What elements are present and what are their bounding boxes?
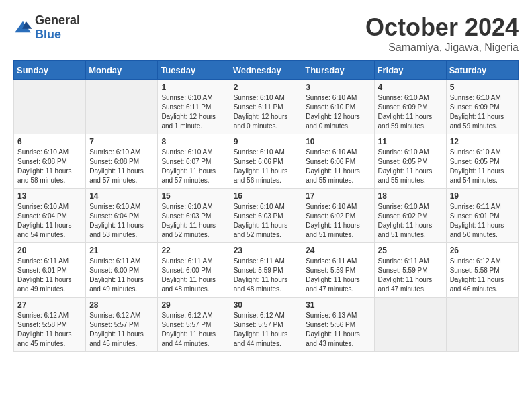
daylight: Daylight: 12 hours and 0 minutes. (234, 113, 288, 130)
location: Samamiya, Jigawa, Nigeria (365, 42, 519, 54)
table-row: 23 Sunrise: 6:11 AM Sunset: 5:59 PM Dayl… (230, 243, 302, 298)
sunrise: Sunrise: 6:10 AM (89, 148, 140, 156)
daylight: Daylight: 11 hours and 50 minutes. (450, 222, 504, 238)
cell-content: Sunrise: 6:10 AM Sunset: 6:07 PM Dayligh… (161, 148, 226, 185)
daylight: Daylight: 11 hours and 57 minutes. (161, 167, 216, 184)
table-row: 14 Sunrise: 6:10 AM Sunset: 6:04 PM Dayl… (86, 189, 158, 243)
table-row: 25 Sunrise: 6:11 AM Sunset: 5:59 PM Dayl… (374, 243, 446, 298)
day-number: 13 (17, 191, 82, 201)
cell-content: Sunrise: 6:10 AM Sunset: 6:05 PM Dayligh… (450, 148, 515, 185)
daylight: Daylight: 11 hours and 48 minutes. (161, 276, 216, 293)
cell-content: Sunrise: 6:11 AM Sunset: 5:59 PM Dayligh… (378, 257, 443, 294)
sunrise: Sunrise: 6:10 AM (161, 203, 212, 210)
cell-content: Sunrise: 6:10 AM Sunset: 6:03 PM Dayligh… (161, 202, 226, 240)
sunrise: Sunrise: 6:10 AM (161, 148, 212, 156)
day-number: 28 (89, 300, 154, 310)
daylight: Daylight: 11 hours and 51 minutes. (306, 222, 360, 238)
day-number: 5 (450, 83, 515, 92)
daylight: Daylight: 11 hours and 54 minutes. (17, 222, 72, 238)
table-row: 12 Sunrise: 6:10 AM Sunset: 6:05 PM Dayl… (446, 134, 518, 189)
sunset: Sunset: 6:06 PM (234, 158, 283, 165)
sunrise: Sunrise: 6:10 AM (306, 203, 357, 210)
cell-content: Sunrise: 6:10 AM Sunset: 6:05 PM Dayligh… (378, 148, 443, 185)
cell-content: Sunrise: 6:11 AM Sunset: 6:01 PM Dayligh… (17, 257, 82, 294)
daylight: Daylight: 11 hours and 56 minutes. (234, 167, 288, 184)
calendar-week-row: 6 Sunrise: 6:10 AM Sunset: 6:08 PM Dayli… (14, 134, 519, 189)
sunset: Sunset: 6:09 PM (378, 103, 428, 111)
table-row: 18 Sunrise: 6:10 AM Sunset: 6:02 PM Dayl… (374, 189, 446, 243)
table-row: 2 Sunrise: 6:10 AM Sunset: 6:11 PM Dayli… (230, 80, 302, 134)
cell-content: Sunrise: 6:10 AM Sunset: 6:04 PM Dayligh… (17, 202, 82, 240)
daylight: Daylight: 11 hours and 45 minutes. (17, 330, 72, 347)
day-number: 14 (89, 191, 154, 201)
table-row: 21 Sunrise: 6:11 AM Sunset: 6:00 PM Dayl… (86, 243, 158, 298)
cell-content: Sunrise: 6:10 AM Sunset: 6:11 PM Dayligh… (161, 93, 226, 131)
table-row (14, 80, 86, 134)
day-number: 29 (161, 300, 226, 310)
sunrise: Sunrise: 6:12 AM (450, 257, 501, 265)
sunrise: Sunrise: 6:11 AM (378, 257, 429, 265)
sunset: Sunset: 6:08 PM (17, 158, 67, 165)
cell-content: Sunrise: 6:11 AM Sunset: 5:59 PM Dayligh… (306, 257, 370, 294)
page-header: General Blue October 2024 Samamiya, Jiga… (13, 13, 519, 54)
cell-content: Sunrise: 6:10 AM Sunset: 6:06 PM Dayligh… (234, 148, 299, 185)
table-row: 4 Sunrise: 6:10 AM Sunset: 6:09 PM Dayli… (374, 80, 446, 134)
sunset: Sunset: 6:11 PM (234, 103, 283, 111)
calendar-week-row: 13 Sunrise: 6:10 AM Sunset: 6:04 PM Dayl… (14, 189, 519, 243)
sunrise: Sunrise: 6:11 AM (17, 257, 69, 265)
table-row (446, 298, 518, 352)
sunrise: Sunrise: 6:10 AM (161, 94, 212, 101)
cell-content: Sunrise: 6:10 AM Sunset: 6:03 PM Dayligh… (234, 202, 299, 240)
sunset: Sunset: 6:00 PM (89, 267, 139, 274)
calendar-week-row: 20 Sunrise: 6:11 AM Sunset: 6:01 PM Dayl… (14, 243, 519, 298)
daylight: Daylight: 12 hours and 0 minutes. (306, 113, 360, 130)
sunrise: Sunrise: 6:10 AM (306, 148, 357, 156)
sunrise: Sunrise: 6:10 AM (450, 94, 501, 101)
logo-text: General Blue (35, 13, 80, 42)
sunrise: Sunrise: 6:11 AM (234, 257, 285, 265)
daylight: Daylight: 11 hours and 43 minutes. (306, 330, 360, 347)
day-number: 25 (378, 246, 443, 255)
daylight: Daylight: 11 hours and 59 minutes. (378, 113, 433, 130)
col-wednesday: Wednesday (230, 61, 302, 80)
day-number: 21 (89, 246, 154, 255)
day-number: 16 (234, 191, 299, 201)
col-friday: Friday (374, 61, 446, 80)
day-number: 20 (17, 246, 82, 255)
sunrise: Sunrise: 6:10 AM (17, 203, 69, 210)
table-row: 28 Sunrise: 6:12 AM Sunset: 5:57 PM Dayl… (86, 298, 158, 352)
cell-content: Sunrise: 6:10 AM Sunset: 6:08 PM Dayligh… (17, 148, 82, 185)
logo-icon (13, 20, 32, 35)
calendar-week-row: 1 Sunrise: 6:10 AM Sunset: 6:11 PM Dayli… (14, 80, 519, 134)
sunset: Sunset: 6:07 PM (161, 158, 211, 165)
day-number: 8 (161, 137, 226, 146)
table-row: 30 Sunrise: 6:12 AM Sunset: 5:57 PM Dayl… (230, 298, 302, 352)
sunrise: Sunrise: 6:12 AM (17, 312, 69, 319)
daylight: Daylight: 11 hours and 57 minutes. (89, 167, 144, 184)
daylight: Daylight: 11 hours and 54 minutes. (450, 167, 504, 184)
daylight: Daylight: 11 hours and 47 minutes. (306, 276, 360, 293)
table-row: 11 Sunrise: 6:10 AM Sunset: 6:05 PM Dayl… (374, 134, 446, 189)
logo-blue: Blue (35, 28, 61, 41)
sunrise: Sunrise: 6:10 AM (306, 94, 357, 101)
sunset: Sunset: 5:56 PM (306, 321, 355, 328)
day-number: 1 (161, 83, 226, 92)
calendar: Sunday Monday Tuesday Wednesday Thursday… (13, 60, 519, 352)
day-number: 6 (17, 137, 82, 146)
cell-content: Sunrise: 6:13 AM Sunset: 5:56 PM Dayligh… (306, 311, 370, 349)
sunset: Sunset: 6:10 PM (306, 103, 355, 111)
sunrise: Sunrise: 6:10 AM (450, 148, 501, 156)
sunset: Sunset: 6:01 PM (17, 267, 67, 274)
table-row (86, 80, 158, 134)
cell-content: Sunrise: 6:12 AM Sunset: 5:58 PM Dayligh… (450, 257, 515, 294)
sunset: Sunset: 6:03 PM (234, 212, 283, 220)
daylight: Daylight: 12 hours and 1 minute. (161, 113, 216, 130)
cell-content: Sunrise: 6:11 AM Sunset: 6:01 PM Dayligh… (450, 202, 515, 240)
sunset: Sunset: 6:00 PM (161, 267, 211, 274)
day-number: 12 (450, 137, 515, 146)
day-number: 2 (234, 83, 299, 92)
col-thursday: Thursday (302, 61, 374, 80)
cell-content: Sunrise: 6:12 AM Sunset: 5:57 PM Dayligh… (161, 311, 226, 349)
day-number: 24 (306, 246, 370, 255)
sunrise: Sunrise: 6:12 AM (234, 312, 285, 319)
